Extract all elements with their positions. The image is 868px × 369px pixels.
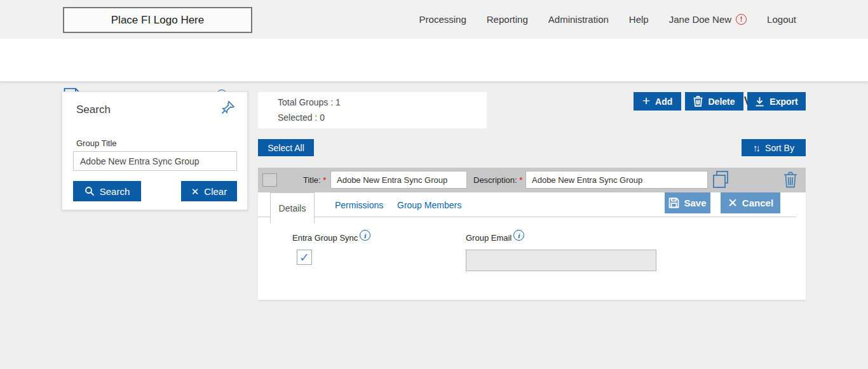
pin-icon[interactable] bbox=[220, 100, 236, 115]
sort-arrows-icon: ↑↓ bbox=[753, 143, 759, 152]
sort-by-button[interactable]: ↑↓ Sort By bbox=[742, 139, 806, 156]
summary-box: Total Groups : 1 Selected : 0 bbox=[258, 92, 487, 128]
page-header: Group Maintenance i Kinective Sign bbox=[0, 39, 868, 82]
entra-group-sync-info-icon[interactable]: i bbox=[360, 230, 370, 241]
cancel-button[interactable]: ✕ Cancel bbox=[721, 192, 780, 213]
search-icon bbox=[85, 186, 95, 196]
nav-processing[interactable]: Processing bbox=[419, 14, 466, 25]
select-all-button[interactable]: Select All bbox=[258, 139, 314, 156]
title-input[interactable] bbox=[330, 171, 467, 189]
plus-icon: + bbox=[642, 94, 650, 107]
search-panel: Search Group Title Search ✕ Clear bbox=[62, 91, 248, 210]
group-maintenance-screen: Place FI Logo Here Processing Reporting … bbox=[0, 0, 868, 369]
description-input[interactable] bbox=[526, 171, 708, 189]
tab-group-members[interactable]: Group Members bbox=[388, 192, 470, 217]
group-title-input[interactable] bbox=[73, 151, 237, 171]
clear-x-icon: ✕ bbox=[191, 187, 200, 196]
row-trash-icon[interactable] bbox=[783, 171, 797, 188]
fi-logo-placeholder: Place FI Logo Here bbox=[63, 7, 252, 33]
description-required-marker: * bbox=[519, 175, 522, 185]
nav-logout[interactable]: Logout bbox=[767, 14, 796, 25]
total-groups-text: Total Groups : 1 bbox=[278, 97, 341, 107]
search-panel-title: Search bbox=[76, 104, 111, 116]
nav-administration[interactable]: Administration bbox=[548, 14, 609, 25]
entra-group-sync-label: Entra Group Sync i bbox=[292, 233, 370, 243]
nav-reporting[interactable]: Reporting bbox=[487, 14, 528, 25]
top-bar: Place FI Logo Here Processing Reporting … bbox=[0, 0, 868, 39]
copy-icon[interactable] bbox=[713, 171, 731, 189]
nav-user-menu[interactable]: Jane Doe New ! bbox=[669, 14, 747, 25]
description-label: Description: * bbox=[473, 175, 522, 185]
save-icon bbox=[668, 198, 679, 208]
tab-permissions[interactable]: Permissions bbox=[326, 192, 392, 217]
cancel-x-icon: ✕ bbox=[728, 197, 738, 209]
top-navigation: Processing Reporting Administration Help… bbox=[419, 0, 796, 39]
fi-logo-text: Place FI Logo Here bbox=[111, 14, 204, 27]
user-name: Jane Doe New bbox=[669, 14, 731, 25]
group-detail-panel: Details Permissions Group Members Save ✕… bbox=[258, 192, 806, 300]
save-button[interactable]: Save bbox=[665, 192, 710, 213]
clear-button[interactable]: ✕ Clear bbox=[181, 181, 237, 201]
group-email-label: Group Email i bbox=[466, 233, 524, 243]
title-label: Title: * bbox=[303, 175, 326, 185]
title-required-marker: * bbox=[323, 175, 326, 185]
group-row: Title: * Description: * bbox=[258, 168, 806, 192]
group-title-label: Group Title bbox=[76, 138, 117, 148]
trash-icon bbox=[693, 96, 703, 107]
group-email-input[interactable] bbox=[466, 250, 656, 271]
download-icon bbox=[755, 97, 764, 107]
add-button[interactable]: + Add bbox=[634, 92, 681, 111]
selected-count-text: Selected : 0 bbox=[278, 112, 325, 123]
tab-details[interactable]: Details bbox=[270, 192, 315, 223]
user-alert-icon: ! bbox=[736, 14, 747, 25]
group-row-checkbox[interactable] bbox=[262, 173, 277, 187]
checkbox-check-icon: ✓ bbox=[299, 250, 309, 265]
search-button[interactable]: Search bbox=[73, 181, 141, 201]
export-button[interactable]: Export bbox=[747, 92, 806, 111]
nav-help[interactable]: Help bbox=[629, 14, 649, 25]
delete-button[interactable]: Delete bbox=[685, 92, 743, 111]
group-email-info-icon[interactable]: i bbox=[513, 230, 524, 241]
entra-group-sync-checkbox[interactable]: ✓ bbox=[297, 250, 312, 265]
